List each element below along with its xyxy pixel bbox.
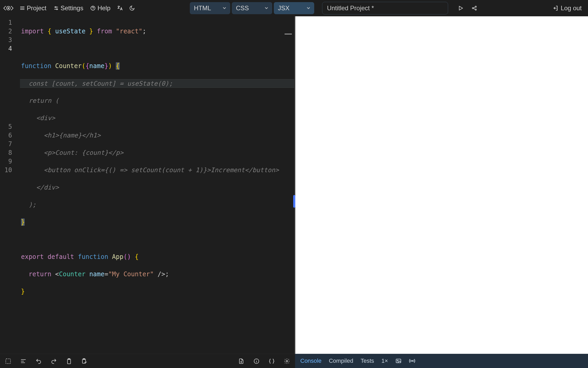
project-title-text: Untitled Project * bbox=[327, 4, 374, 12]
redo-button[interactable] bbox=[50, 357, 58, 365]
splitter-thumb[interactable] bbox=[293, 195, 295, 208]
preview-iframe[interactable] bbox=[295, 16, 588, 354]
line-number: 8 bbox=[0, 149, 12, 157]
svg-marker-11 bbox=[459, 6, 463, 10]
editor-settings-button[interactable] bbox=[283, 357, 291, 365]
menu-project[interactable]: Project bbox=[17, 3, 49, 13]
code-line: import { useState } from "react"; bbox=[21, 27, 295, 36]
line-number: 6 bbox=[0, 131, 12, 140]
share-icon bbox=[471, 5, 477, 11]
code-line bbox=[21, 44, 295, 53]
code-line: } bbox=[21, 218, 295, 227]
undo-button[interactable] bbox=[35, 357, 43, 365]
line-number: 4 bbox=[0, 44, 12, 53]
info-button[interactable] bbox=[253, 357, 260, 365]
logout-label: Log out bbox=[561, 4, 582, 12]
logout-button[interactable]: Log out bbox=[550, 3, 584, 13]
download-button[interactable] bbox=[237, 357, 245, 365]
broadcast-icon bbox=[409, 358, 415, 364]
svg-point-30 bbox=[397, 360, 398, 361]
run-button[interactable] bbox=[455, 3, 466, 13]
code-line-active: const [count, setCount] = useState(0); bbox=[20, 79, 295, 88]
braces-button[interactable] bbox=[268, 357, 276, 365]
tab-css[interactable]: CSS bbox=[232, 2, 272, 14]
code-content[interactable]: import { useState } from "react"; functi… bbox=[16, 16, 295, 354]
code-line bbox=[21, 235, 295, 244]
pane-splitter[interactable] bbox=[293, 16, 295, 354]
code-line: ); bbox=[21, 201, 295, 209]
chevron-down-icon[interactable] bbox=[222, 5, 228, 11]
top-bar: Project Settings Help HTML bbox=[0, 0, 588, 16]
code-line: </div> bbox=[21, 183, 295, 192]
compiled-tab[interactable]: Compiled bbox=[328, 356, 354, 365]
tab-jsx[interactable]: JSX bbox=[274, 2, 314, 14]
code-line: <h1>{name}</h1> bbox=[21, 131, 295, 140]
code-line: } bbox=[21, 287, 295, 296]
chevron-down-icon[interactable] bbox=[264, 5, 270, 11]
main-split: 1 2 3 4 5 6 7 8 9 10 import { useState }… bbox=[0, 16, 588, 368]
tab-css-label: CSS bbox=[236, 4, 249, 12]
language-button[interactable] bbox=[115, 3, 125, 13]
braces-icon bbox=[269, 358, 275, 364]
line-number: 2 bbox=[0, 27, 12, 36]
screenshot-icon bbox=[395, 358, 402, 364]
screenshot-button[interactable] bbox=[395, 357, 402, 365]
line-number: 10 bbox=[0, 166, 12, 175]
menu-project-label: Project bbox=[27, 4, 46, 12]
main-menu: Project Settings Help bbox=[17, 3, 137, 13]
copy-button[interactable] bbox=[65, 357, 73, 365]
preview-pane: Console Compiled Tests 1× bbox=[295, 16, 588, 368]
editor-footer bbox=[0, 354, 295, 368]
translate-icon bbox=[117, 5, 123, 11]
paste-button[interactable] bbox=[80, 357, 88, 365]
svg-point-1 bbox=[8, 8, 9, 9]
code-editor[interactable]: 1 2 3 4 5 6 7 8 9 10 import { useState }… bbox=[0, 16, 295, 354]
undo-icon bbox=[35, 358, 42, 364]
clipboard-icon bbox=[66, 358, 72, 364]
theme-toggle[interactable] bbox=[127, 3, 137, 13]
console-tab[interactable]: Console bbox=[300, 356, 322, 365]
line-number: 9 bbox=[0, 157, 12, 166]
select-all-button[interactable] bbox=[4, 357, 12, 365]
app-logo[interactable] bbox=[2, 2, 15, 14]
tests-tab[interactable]: Tests bbox=[360, 356, 375, 365]
tab-html-label: HTML bbox=[194, 4, 211, 12]
code-line bbox=[21, 305, 295, 313]
selection-icon bbox=[5, 358, 11, 364]
menu-settings[interactable]: Settings bbox=[51, 3, 86, 13]
svg-line-15 bbox=[473, 7, 475, 8]
menu-help-label: Help bbox=[97, 4, 110, 12]
info-icon bbox=[253, 358, 260, 364]
svg-point-28 bbox=[286, 360, 288, 362]
line-number: 1 bbox=[0, 18, 12, 27]
line-number: 7 bbox=[0, 140, 12, 149]
project-title-input[interactable]: Untitled Project * bbox=[322, 2, 448, 14]
broadcast-button[interactable] bbox=[408, 357, 416, 365]
code-line: <div> bbox=[21, 114, 295, 122]
svg-rect-17 bbox=[6, 359, 10, 364]
clipboard-paste-icon bbox=[81, 358, 87, 364]
tab-html[interactable]: HTML bbox=[190, 2, 230, 14]
svg-point-6 bbox=[55, 7, 56, 8]
line-gutter: 1 2 3 4 5 6 7 8 9 10 bbox=[0, 16, 16, 354]
menu-help[interactable]: Help bbox=[87, 3, 113, 13]
align-left-icon bbox=[20, 358, 27, 364]
logout-icon bbox=[552, 5, 559, 11]
preview-footer: Console Compiled Tests 1× bbox=[295, 354, 588, 368]
share-button[interactable] bbox=[469, 3, 480, 13]
svg-point-8 bbox=[56, 9, 57, 10]
hamburger-icon bbox=[19, 5, 25, 11]
format-button[interactable] bbox=[19, 357, 27, 365]
file-download-icon bbox=[238, 358, 244, 364]
gear-icon bbox=[284, 358, 290, 364]
sliders-icon bbox=[53, 5, 59, 11]
svg-point-10 bbox=[93, 9, 93, 10]
code-line: return <Counter name="My Counter" />; bbox=[21, 270, 295, 279]
top-right-actions bbox=[455, 3, 480, 13]
code-line: function Counter({name}) { bbox=[21, 62, 295, 70]
speed-multiplier[interactable]: 1× bbox=[381, 356, 388, 365]
code-line: return ( bbox=[21, 96, 295, 105]
chevron-down-icon[interactable] bbox=[306, 5, 312, 11]
line-number: 5 bbox=[0, 122, 12, 131]
tab-jsx-label: JSX bbox=[278, 4, 290, 12]
